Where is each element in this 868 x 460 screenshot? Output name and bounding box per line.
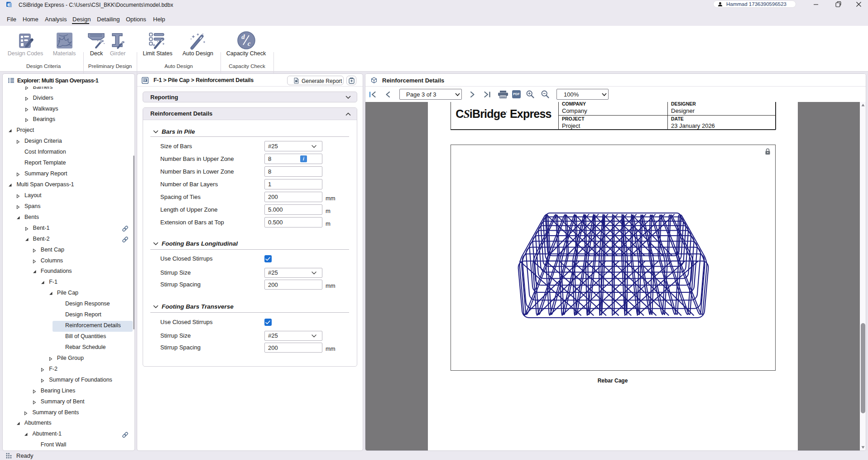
svg-text:d: d bbox=[241, 33, 245, 40]
svg-text:c: c bbox=[248, 40, 251, 47]
svg-text:B: B bbox=[7, 3, 10, 6]
